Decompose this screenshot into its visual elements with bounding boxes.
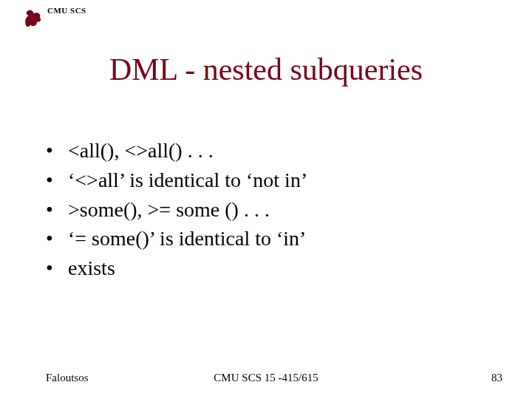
- slide: CMU SCS DML - nested subqueries <all(), …: [0, 0, 532, 399]
- footer-page-number: 83: [491, 372, 502, 384]
- list-item: ‘<>all’ is identical to ‘not in’: [46, 166, 489, 194]
- list-item: >some(), >= some () . . .: [46, 196, 489, 224]
- list-item: ‘= some()’ is identical to ‘in’: [46, 225, 489, 253]
- slide-title: DML - nested subqueries: [0, 52, 532, 87]
- footer-course: CMU SCS 15 -415/615: [0, 372, 532, 384]
- header-label: CMU SCS: [47, 6, 86, 15]
- list-item: <all(), <>all() . . .: [46, 137, 489, 165]
- bullet-list: <all(), <>all() . . . ‘<>all’ is identic…: [46, 137, 489, 284]
- list-item: exists: [46, 254, 489, 282]
- header: CMU SCS: [22, 6, 86, 28]
- griffin-logo-icon: [22, 7, 43, 28]
